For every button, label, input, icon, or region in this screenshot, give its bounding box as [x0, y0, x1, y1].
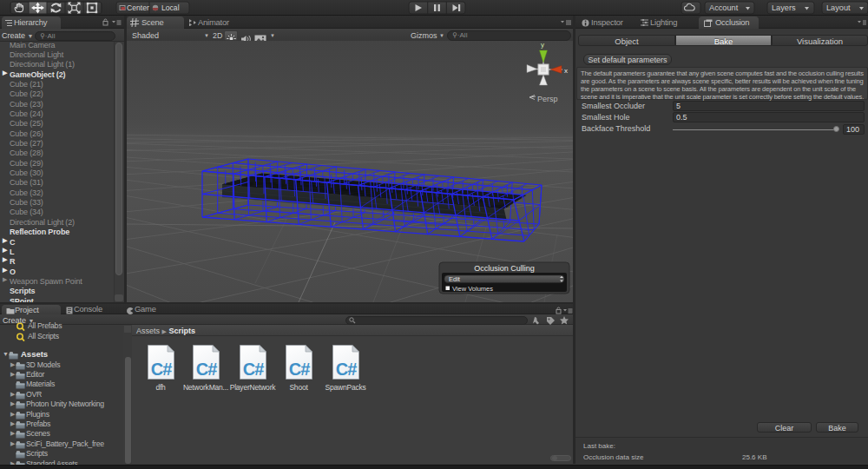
svg-text:Local: Local [161, 3, 180, 12]
svg-text:C#: C# [289, 360, 310, 379]
svg-text:x: x [564, 67, 568, 75]
svg-text:Layout: Layout [826, 3, 851, 12]
svg-text:Persp: Persp [537, 95, 558, 103]
svg-text:Center: Center [127, 3, 149, 12]
svg-text:C#: C# [336, 360, 357, 379]
svg-text:Account: Account [709, 3, 739, 12]
svg-text:Layers: Layers [772, 3, 796, 12]
svg-text:C#: C# [196, 360, 217, 379]
svg-text:Occlusion Culling: Occlusion Culling [474, 264, 535, 273]
svg-text:C#: C# [151, 360, 172, 379]
svg-text:y: y [541, 41, 544, 49]
svg-text:Edit: Edit [449, 275, 461, 283]
svg-text:C#: C# [243, 360, 264, 379]
svg-text:View Volumes: View Volumes [452, 285, 493, 293]
